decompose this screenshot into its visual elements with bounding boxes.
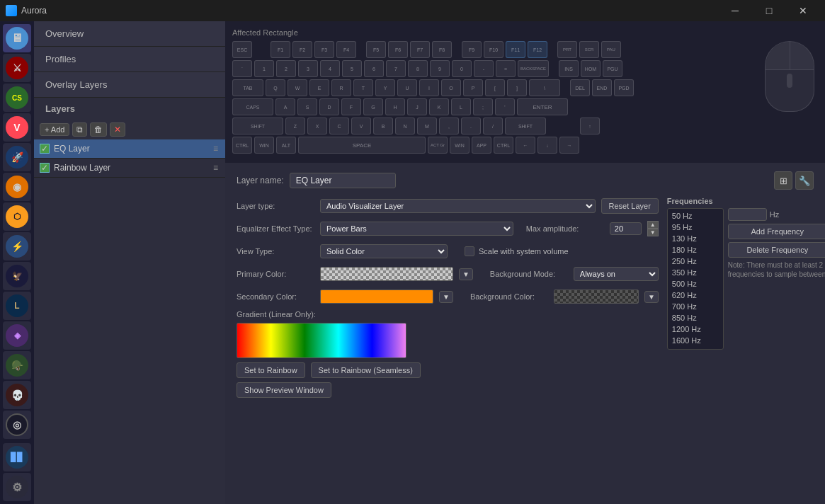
- key-u[interactable]: U: [397, 79, 417, 96]
- gradient-preview[interactable]: [237, 323, 406, 358]
- key-f1[interactable]: F1: [271, 41, 290, 58]
- key-semicolon[interactable]: ;: [473, 98, 493, 115]
- key-comma[interactable]: ,: [439, 118, 459, 134]
- key-tilde[interactable]: `: [232, 60, 252, 77]
- clear-layers-button[interactable]: ✕: [110, 122, 125, 137]
- key-6[interactable]: 6: [364, 60, 384, 77]
- key-v[interactable]: V: [351, 118, 371, 134]
- sidebar-nav-profiles[interactable]: Profiles: [34, 47, 225, 72]
- sidebar-icon-skull[interactable]: 💀: [3, 381, 31, 409]
- key-lwin[interactable]: WIN: [254, 137, 274, 154]
- key-pause[interactable]: PAU: [601, 41, 621, 58]
- key-8[interactable]: 8: [408, 60, 428, 77]
- key-caps[interactable]: CAPS: [232, 98, 273, 115]
- key-f4[interactable]: F4: [336, 41, 356, 58]
- sidebar-icon-lol[interactable]: L: [3, 292, 31, 320]
- key-s[interactable]: S: [297, 98, 317, 115]
- key-f8[interactable]: F8: [432, 41, 452, 58]
- sidebar-icon-zap[interactable]: ⚡: [3, 232, 31, 260]
- key-end[interactable]: END: [592, 79, 612, 96]
- secondary-color-swatch[interactable]: [320, 290, 433, 304]
- key-i[interactable]: I: [419, 79, 439, 96]
- reset-layer-button[interactable]: Reset Layer: [601, 198, 659, 214]
- key-del[interactable]: DEL: [570, 79, 590, 96]
- add-frequency-button[interactable]: Add Frequency: [728, 224, 825, 239]
- key-c[interactable]: C: [329, 118, 349, 134]
- key-1[interactable]: 1: [254, 60, 274, 77]
- key-t[interactable]: T: [353, 79, 373, 96]
- key-0[interactable]: 0: [452, 60, 472, 77]
- eq-effect-select[interactable]: Power Bars: [320, 222, 513, 236]
- key-backspace[interactable]: BACKSPACE: [518, 60, 549, 77]
- key-y[interactable]: Y: [375, 79, 395, 96]
- minimize-button[interactable]: ─: [719, 0, 751, 21]
- key-3[interactable]: 3: [298, 60, 318, 77]
- key-rctrl[interactable]: CTRL: [494, 137, 513, 154]
- freq-item-180[interactable]: 180 Hz: [669, 244, 722, 256]
- key-f9[interactable]: F9: [462, 41, 482, 58]
- key-f2[interactable]: F2: [292, 41, 312, 58]
- key-7[interactable]: 7: [386, 60, 406, 77]
- layer-item-rainbow[interactable]: ✓ Rainbow Layer ≡: [34, 159, 225, 178]
- key-minus[interactable]: -: [474, 60, 494, 77]
- freq-item-500[interactable]: 500 Hz: [669, 278, 722, 290]
- set-rainbow-button[interactable]: Set to Rainbow: [237, 362, 305, 378]
- key-g[interactable]: G: [363, 98, 383, 115]
- key-equals[interactable]: =: [496, 60, 516, 77]
- show-preview-button[interactable]: Show Preview Window: [237, 382, 331, 398]
- key-d[interactable]: D: [319, 98, 339, 115]
- layer-name-input[interactable]: [290, 173, 396, 188]
- bg-color-swatch[interactable]: [554, 290, 639, 304]
- key-up[interactable]: ↑: [580, 118, 600, 134]
- layer-menu-eq[interactable]: ≡: [212, 144, 220, 154]
- freq-item-850[interactable]: 850 Hz: [669, 312, 722, 323]
- sidebar-icon-circle[interactable]: ◎: [3, 411, 31, 439]
- amplitude-up-btn[interactable]: ▲: [647, 221, 659, 229]
- key-z[interactable]: Z: [285, 118, 305, 134]
- sidebar-nav-overlay[interactable]: Overlay Layers: [34, 72, 225, 98]
- layout-icon-button[interactable]: ⊞: [774, 171, 792, 190]
- key-left[interactable]: ←: [516, 137, 535, 154]
- key-lbracket[interactable]: [: [485, 79, 505, 96]
- sidebar-icon-overwatch[interactable]: ⬡: [3, 202, 31, 231]
- key-enter[interactable]: ENTER: [517, 98, 568, 115]
- key-tab[interactable]: TAB: [232, 79, 263, 96]
- key-b[interactable]: B: [373, 118, 393, 134]
- maximize-button[interactable]: □: [753, 0, 785, 21]
- freq-item-700[interactable]: 700 Hz: [669, 301, 722, 312]
- key-f7[interactable]: F7: [410, 41, 430, 58]
- key-esc[interactable]: ESC: [232, 41, 252, 58]
- key-k[interactable]: K: [429, 98, 449, 115]
- mouse-left-button[interactable]: [766, 42, 790, 69]
- key-prtsc[interactable]: PRT: [557, 41, 577, 58]
- key-altgr[interactable]: ACT Gr: [428, 137, 448, 154]
- key-period[interactable]: .: [461, 118, 481, 134]
- primary-color-dropdown[interactable]: ▼: [459, 268, 473, 280]
- key-p[interactable]: P: [463, 79, 483, 96]
- layer-item-eq[interactable]: ✓ EQ Layer ≡: [34, 139, 225, 159]
- layer-type-select[interactable]: Audio Visualizer Layer: [320, 199, 596, 213]
- max-amplitude-input[interactable]: [610, 222, 642, 235]
- key-f12[interactable]: F12: [528, 41, 547, 58]
- freq-item-130[interactable]: 130 Hz: [669, 233, 722, 244]
- key-backslash[interactable]: \: [529, 79, 560, 96]
- freq-item-620[interactable]: 620 Hz: [669, 290, 722, 301]
- key-f6[interactable]: F6: [388, 41, 408, 58]
- copy-layer-button[interactable]: ⧉: [72, 122, 87, 137]
- key-rwin[interactable]: WIN: [450, 137, 470, 154]
- sidebar-icon-purple[interactable]: ◈: [3, 321, 31, 350]
- key-m[interactable]: M: [417, 118, 437, 134]
- key-o[interactable]: O: [441, 79, 461, 96]
- key-e[interactable]: E: [309, 79, 329, 96]
- key-2[interactable]: 2: [276, 60, 296, 77]
- sidebar-icon-dota[interactable]: ⚔: [3, 54, 31, 82]
- secondary-color-dropdown[interactable]: ▼: [439, 291, 453, 303]
- key-home[interactable]: HOM: [581, 60, 601, 77]
- freq-item-350[interactable]: 350 Hz: [669, 267, 722, 278]
- scale-checkbox[interactable]: [465, 246, 474, 256]
- key-app[interactable]: APP: [472, 137, 491, 154]
- key-ins[interactable]: INS: [559, 60, 579, 77]
- key-right[interactable]: →: [559, 137, 579, 154]
- sidebar-icon-rocket[interactable]: 🚀: [3, 143, 31, 171]
- sidebar-icon-wings[interactable]: 🦅: [3, 262, 31, 290]
